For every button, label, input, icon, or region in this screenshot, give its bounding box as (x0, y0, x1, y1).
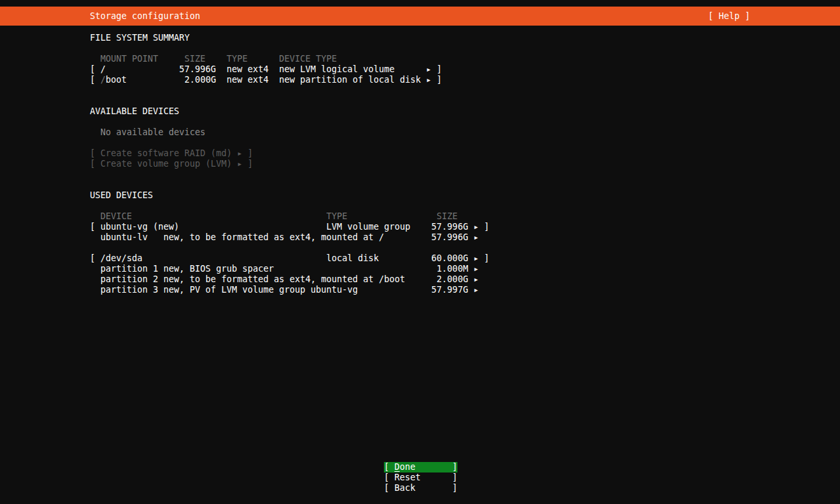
available-devices-title: AVAILABLE DEVICES (90, 106, 179, 117)
row-dev-sda[interactable]: [ /dev/sda local disk 60.000G ▸ ] (90, 253, 489, 264)
row-partition-1[interactable]: partition 1 new, BIOS grub spacer 1.000M… (90, 264, 478, 274)
create-lvm-button: [ Create volume group (LVM) ▸ ] (90, 159, 253, 169)
row-partition-2[interactable]: partition 2 new, to be formatted as ext4… (90, 274, 478, 285)
create-raid-button: [ Create software RAID (md) ▸ ] (90, 148, 253, 159)
fs-row-boot-detail: boot 2.000G new ext4 new partition of lo… (106, 75, 442, 85)
fs-row-boot[interactable]: [ /boot 2.000G new ext4 new partition of… (90, 75, 442, 85)
done-button-open-bracket: [ (384, 462, 394, 472)
row-ubuntu-vg[interactable]: [ ubuntu-vg (new) LVM volume group 57.99… (90, 222, 489, 232)
help-button[interactable]: [ Help ] (708, 7, 750, 26)
done-button-cursor-letter: D (394, 462, 400, 472)
done-button-rest: one ] (400, 462, 457, 472)
page-title: Storage configuration (90, 7, 200, 26)
no-available-devices-note: No available devices (90, 127, 205, 138)
back-button[interactable]: [ Back ] (384, 483, 457, 494)
fs-summary-title: FILE SYSTEM SUMMARY (90, 33, 190, 43)
fs-summary-columns: MOUNT POINT SIZE TYPE DEVICE TYPE (90, 54, 337, 64)
fs-row-root[interactable]: [ / 57.996G new ext4 new LVM logical vol… (90, 64, 442, 75)
titlebar: Storage configuration [ Help ] (0, 7, 840, 26)
fs-row-boot-bracket: [ (90, 75, 100, 85)
row-partition-3[interactable]: partition 3 new, PV of LVM volume group … (90, 285, 478, 295)
storage-configuration-screen: Storage configuration [ Help ] FILE SYST… (0, 0, 840, 504)
fs-row-boot-path-prefix: / (100, 75, 106, 85)
row-ubuntu-lv[interactable]: ubuntu-lv new, to be formatted as ext4, … (90, 232, 478, 243)
reset-button[interactable]: [ Reset ] (384, 472, 457, 483)
used-devices-title: USED DEVICES (90, 190, 153, 201)
done-button[interactable]: [ Done ] (384, 462, 457, 472)
used-devices-columns: DEVICE TYPE SIZE (90, 211, 457, 222)
